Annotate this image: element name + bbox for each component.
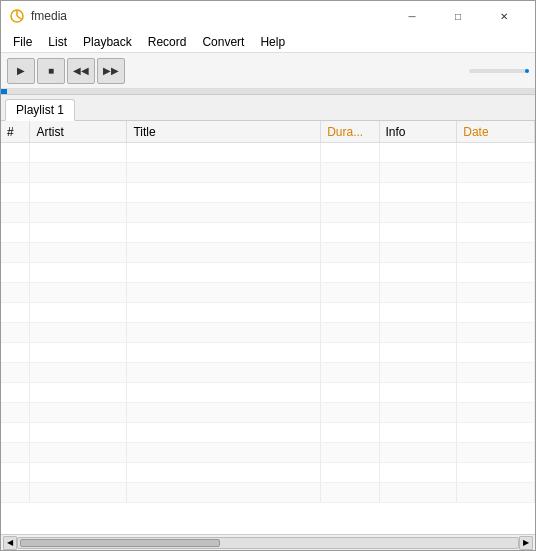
table-cell bbox=[1, 343, 30, 362]
table-cell bbox=[457, 423, 535, 442]
table-cell bbox=[457, 283, 535, 302]
table-cell bbox=[380, 263, 458, 282]
table-cell bbox=[457, 223, 535, 242]
maximize-button[interactable]: □ bbox=[435, 1, 481, 31]
table-cell bbox=[380, 303, 458, 322]
table-cell bbox=[457, 383, 535, 402]
table-row[interactable] bbox=[1, 443, 535, 463]
table-cell bbox=[30, 243, 127, 262]
table-cell bbox=[321, 203, 379, 222]
scroll-right-arrow[interactable]: ▶ bbox=[519, 536, 533, 550]
table-cell bbox=[321, 183, 379, 202]
table-row[interactable] bbox=[1, 183, 535, 203]
menu-record[interactable]: Record bbox=[140, 33, 195, 51]
table-cell bbox=[127, 223, 321, 242]
table-cell bbox=[127, 323, 321, 342]
table-row[interactable] bbox=[1, 243, 535, 263]
volume-slider[interactable] bbox=[469, 69, 529, 73]
table-row[interactable] bbox=[1, 483, 535, 503]
table-cell bbox=[380, 463, 458, 482]
stop-button[interactable]: ■ bbox=[37, 58, 65, 84]
main-window: fmedia ─ □ ✕ File List Playback Record C… bbox=[0, 0, 536, 551]
table-row[interactable] bbox=[1, 363, 535, 383]
toolbar: ▶ ■ ◀◀ ▶▶ bbox=[1, 53, 535, 89]
table-cell bbox=[30, 163, 127, 182]
next-button[interactable]: ▶▶ bbox=[97, 58, 125, 84]
table-row[interactable] bbox=[1, 343, 535, 363]
table-cell bbox=[30, 323, 127, 342]
minimize-button[interactable]: ─ bbox=[389, 1, 435, 31]
table-body[interactable] bbox=[1, 143, 535, 534]
table-cell bbox=[127, 443, 321, 462]
menu-list[interactable]: List bbox=[40, 33, 75, 51]
table-row[interactable] bbox=[1, 423, 535, 443]
table-row[interactable] bbox=[1, 203, 535, 223]
table-cell bbox=[30, 263, 127, 282]
play-button[interactable]: ▶ bbox=[7, 58, 35, 84]
table-cell bbox=[321, 243, 379, 262]
col-header-info: Info bbox=[380, 121, 458, 142]
table-cell bbox=[30, 383, 127, 402]
table-row[interactable] bbox=[1, 223, 535, 243]
progress-bar[interactable] bbox=[1, 89, 535, 95]
table-row[interactable] bbox=[1, 323, 535, 343]
table-cell bbox=[457, 163, 535, 182]
table-cell bbox=[321, 423, 379, 442]
table-row[interactable] bbox=[1, 263, 535, 283]
table-cell bbox=[457, 263, 535, 282]
table-cell bbox=[30, 303, 127, 322]
table-cell bbox=[1, 423, 30, 442]
table-row[interactable] bbox=[1, 403, 535, 423]
table-row[interactable] bbox=[1, 303, 535, 323]
table-cell bbox=[321, 163, 379, 182]
prev-button[interactable]: ◀◀ bbox=[67, 58, 95, 84]
table-cell bbox=[30, 483, 127, 502]
table-cell bbox=[457, 443, 535, 462]
horizontal-scrollbar[interactable]: ◀ ▶ bbox=[1, 534, 535, 550]
table-cell bbox=[30, 203, 127, 222]
table-cell bbox=[457, 143, 535, 162]
table-cell bbox=[380, 343, 458, 362]
menu-convert[interactable]: Convert bbox=[194, 33, 252, 51]
tabs-container: Playlist 1 bbox=[1, 95, 535, 121]
table-cell bbox=[457, 463, 535, 482]
table-cell bbox=[457, 343, 535, 362]
table-cell bbox=[457, 303, 535, 322]
scrollbar-thumb[interactable] bbox=[20, 539, 220, 547]
table-cell bbox=[321, 483, 379, 502]
table-row[interactable] bbox=[1, 143, 535, 163]
table-cell bbox=[380, 143, 458, 162]
table-row[interactable] bbox=[1, 283, 535, 303]
table-row[interactable] bbox=[1, 463, 535, 483]
table-cell bbox=[30, 223, 127, 242]
scrollbar-track[interactable] bbox=[17, 537, 519, 549]
tab-playlist1[interactable]: Playlist 1 bbox=[5, 99, 75, 121]
volume-fill bbox=[525, 69, 529, 73]
table-cell bbox=[30, 443, 127, 462]
menu-playback[interactable]: Playback bbox=[75, 33, 140, 51]
table-cell bbox=[457, 203, 535, 222]
table-cell bbox=[30, 283, 127, 302]
table-cell bbox=[1, 263, 30, 282]
table-cell bbox=[380, 323, 458, 342]
window-title: fmedia bbox=[31, 9, 389, 23]
table-row[interactable] bbox=[1, 383, 535, 403]
table-cell bbox=[457, 243, 535, 262]
table-cell bbox=[380, 163, 458, 182]
table-cell bbox=[457, 183, 535, 202]
scroll-left-arrow[interactable]: ◀ bbox=[3, 536, 17, 550]
table-cell bbox=[127, 263, 321, 282]
table-cell bbox=[321, 363, 379, 382]
table-cell bbox=[127, 463, 321, 482]
table-cell bbox=[380, 443, 458, 462]
close-button[interactable]: ✕ bbox=[481, 1, 527, 31]
table-cell bbox=[127, 483, 321, 502]
table-cell bbox=[1, 363, 30, 382]
table-cell bbox=[380, 403, 458, 422]
table-cell bbox=[321, 463, 379, 482]
menu-help[interactable]: Help bbox=[252, 33, 293, 51]
table-row[interactable] bbox=[1, 163, 535, 183]
table-cell bbox=[30, 423, 127, 442]
menu-file[interactable]: File bbox=[5, 33, 40, 51]
table-cell bbox=[127, 363, 321, 382]
